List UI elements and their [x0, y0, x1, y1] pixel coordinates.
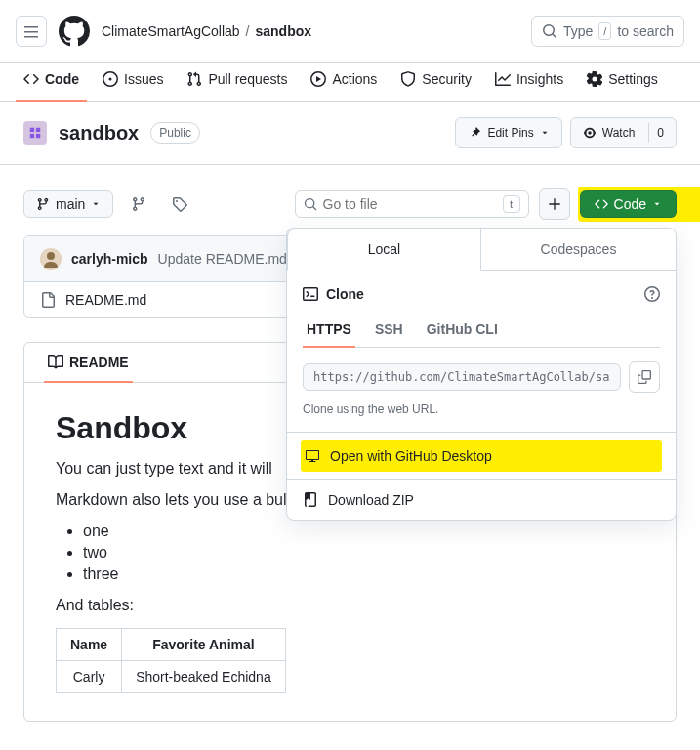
th: Favorite Animal	[122, 629, 286, 661]
nav-tabs: Code Issues Pull requests Actions Securi…	[0, 63, 700, 102]
pin-icon	[468, 126, 481, 140]
clone-tab-https[interactable]: HTTPS	[303, 315, 355, 347]
dd-tab-local[interactable]: Local	[287, 229, 481, 271]
watch-button[interactable]: Watch 0	[570, 117, 677, 148]
breadcrumb: ClimateSmartAgCollab / sandbox	[102, 23, 519, 39]
copy-icon	[638, 370, 651, 384]
github-logo[interactable]	[59, 16, 90, 47]
book-icon	[48, 354, 63, 370]
actions-icon	[310, 71, 326, 87]
hamburger-icon	[23, 23, 39, 39]
th: Name	[57, 629, 122, 661]
code-icon	[595, 197, 608, 211]
list-item: three	[83, 565, 644, 583]
clone-help: Clone using the web URL.	[303, 402, 660, 416]
branch-icon	[36, 197, 50, 211]
svg-point-5	[47, 252, 55, 260]
tab-code[interactable]: Code	[16, 63, 87, 101]
branch-button[interactable]: main	[23, 190, 113, 218]
copy-url-button[interactable]	[629, 361, 660, 393]
clone-title: Clone	[326, 286, 364, 302]
branches-link[interactable]	[123, 188, 154, 220]
clone-tab-ssh[interactable]: SSH	[371, 315, 407, 347]
search-kbd: /	[598, 22, 611, 40]
zip-icon	[303, 492, 318, 508]
readme-tab[interactable]: README	[36, 343, 141, 382]
t-kbd: t	[503, 195, 520, 213]
file-icon	[40, 292, 56, 308]
readme-p3: And tables:	[56, 597, 644, 614]
issues-icon	[103, 71, 118, 87]
terminal-icon	[303, 286, 318, 302]
edit-pins-button[interactable]: Edit Pins	[455, 117, 561, 148]
desktop-icon	[305, 448, 320, 464]
repo-name[interactable]: sandbox	[59, 122, 139, 145]
svg-rect-0	[30, 128, 34, 132]
tab-actions[interactable]: Actions	[303, 63, 385, 101]
repo-header: sandbox Public Edit Pins Watch 0	[0, 102, 700, 165]
td: Carly	[57, 661, 122, 693]
file-search[interactable]: t	[295, 190, 529, 218]
open-desktop-item[interactable]: Open with GitHub Desktop	[301, 440, 662, 472]
hamburger-menu[interactable]	[16, 16, 47, 47]
dd-tab-codespaces[interactable]: Codespaces	[481, 229, 676, 270]
commit-message[interactable]: Update README.md	[158, 251, 287, 267]
search-text-suffix: to search	[617, 23, 674, 39]
tab-insights[interactable]: Insights	[487, 63, 571, 101]
tab-issues[interactable]: Issues	[95, 63, 171, 101]
search-icon	[304, 197, 317, 211]
search-icon	[542, 23, 557, 39]
chevron-down-icon	[91, 199, 101, 209]
search-text-prefix: Type	[563, 23, 593, 39]
help-icon[interactable]	[644, 286, 660, 302]
add-file-button[interactable]	[539, 188, 570, 220]
code-icon	[23, 71, 39, 87]
tab-pulls[interactable]: Pull requests	[179, 63, 295, 101]
clone-url-input[interactable]	[303, 363, 621, 391]
tag-icon	[172, 196, 187, 212]
chevron-down-icon	[540, 128, 550, 138]
file-name[interactable]: README.md	[65, 292, 146, 308]
tab-security[interactable]: Security	[392, 63, 479, 101]
clone-tab-cli[interactable]: GitHub CLI	[423, 315, 502, 347]
breadcrumb-sep: /	[246, 23, 250, 39]
tags-link[interactable]	[164, 188, 195, 220]
repo-icon	[23, 121, 47, 145]
commit-author[interactable]: carlyh-micb	[71, 251, 148, 267]
eye-icon	[583, 126, 597, 140]
code-button[interactable]: Code	[580, 190, 677, 218]
tab-settings[interactable]: Settings	[579, 63, 666, 101]
list-item: one	[83, 522, 644, 540]
plus-icon	[548, 197, 561, 211]
visibility-badge: Public	[150, 122, 200, 144]
download-zip-item[interactable]: Download ZIP	[287, 480, 676, 520]
search-button[interactable]: Type / to search	[531, 16, 684, 47]
svg-rect-1	[36, 128, 40, 132]
file-search-input[interactable]	[323, 196, 497, 212]
td: Short-beaked Echidna	[122, 661, 286, 693]
avatar[interactable]	[40, 248, 62, 270]
breadcrumb-owner[interactable]: ClimateSmartAgCollab	[102, 23, 240, 39]
github-icon	[59, 16, 90, 47]
pulls-icon	[186, 71, 202, 87]
breadcrumb-repo[interactable]: sandbox	[256, 23, 312, 39]
insights-icon	[495, 71, 511, 87]
branch-icon	[131, 196, 146, 212]
shield-icon	[400, 71, 416, 87]
gear-icon	[587, 71, 602, 87]
svg-rect-3	[36, 134, 40, 138]
svg-rect-2	[30, 134, 34, 138]
chevron-down-icon	[652, 199, 662, 209]
readme-table: Name Favorite Animal Carly Short-beaked …	[56, 628, 286, 693]
toolbar: main t Code	[23, 188, 677, 220]
list-item: two	[83, 544, 644, 562]
readme-list: one two three	[83, 522, 644, 583]
code-dropdown: Local Codespaces Clone HTTPS SSH GitHub …	[286, 228, 677, 521]
